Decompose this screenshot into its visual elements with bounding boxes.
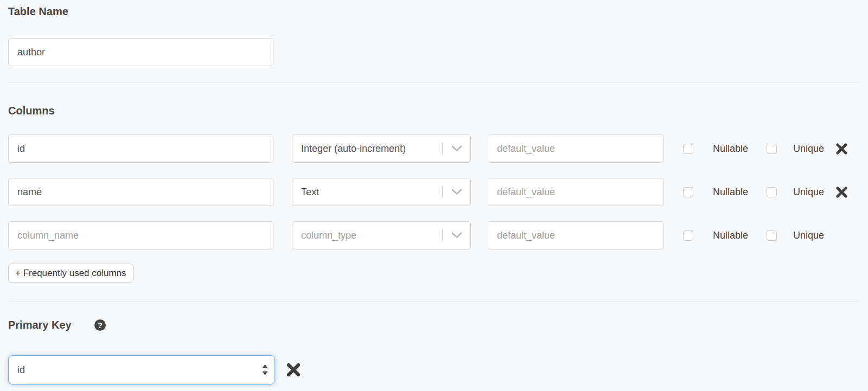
unique-checkbox[interactable] [767,144,777,154]
column-type-select[interactable]: column_type [292,221,471,249]
primary-key-row: id [8,355,868,384]
frequently-used-columns-button[interactable]: + Frequently used columns [8,264,133,283]
nullable-checkbox[interactable] [683,230,693,241]
table-name-input[interactable] [8,38,273,66]
select-separator [442,186,443,198]
default-value-input[interactable] [488,134,664,163]
column-row: Text Nullable Unique [8,178,868,206]
chevron-down-icon [451,145,462,152]
divider [8,301,859,302]
select-separator [442,143,443,155]
unique-checkbox[interactable] [767,230,777,241]
table-name-heading: Table Name [8,0,868,17]
nullable-label: Nullable [713,187,748,198]
primary-key-heading: Primary Key [8,319,72,331]
chevron-down-icon [451,232,462,239]
primary-key-header: Primary Key ? [8,319,868,331]
nullable-checkbox[interactable] [683,144,693,154]
question-circle-icon[interactable]: ? [94,319,106,331]
select-separator [442,229,443,241]
unique-label: Unique [793,230,824,241]
primary-key-select[interactable]: id [8,355,275,384]
column-row: column_type Nullable Unique [8,221,868,249]
column-row: Integer (auto-increment) Nullable Unique [8,134,868,163]
unique-label: Unique [793,143,824,155]
default-value-input[interactable] [488,221,664,249]
column-type-placeholder: column_type [301,230,356,241]
column-type-value: Text [301,187,319,198]
unique-checkbox[interactable] [767,187,777,197]
remove-column-icon[interactable] [835,143,848,155]
unique-label: Unique [793,187,824,198]
default-value-input[interactable] [488,178,664,206]
column-name-input[interactable] [8,221,273,249]
remove-column-icon[interactable] [835,186,848,198]
primary-key-select-wrap: id [8,355,275,384]
nullable-checkbox[interactable] [683,187,693,197]
column-type-value: Integer (auto-increment) [301,143,406,155]
column-type-select[interactable]: Integer (auto-increment) [292,134,471,163]
create-table-form: Table Name Columns Integer (auto-increme… [0,0,868,384]
column-name-input[interactable] [8,134,273,163]
nullable-label: Nullable [713,230,748,241]
divider [8,82,859,83]
chevron-down-icon [451,189,462,195]
column-type-select[interactable]: Text [292,178,471,206]
remove-primary-key-icon[interactable] [286,362,301,377]
column-name-input[interactable] [8,178,273,206]
nullable-label: Nullable [713,143,748,155]
columns-heading: Columns [8,105,868,117]
